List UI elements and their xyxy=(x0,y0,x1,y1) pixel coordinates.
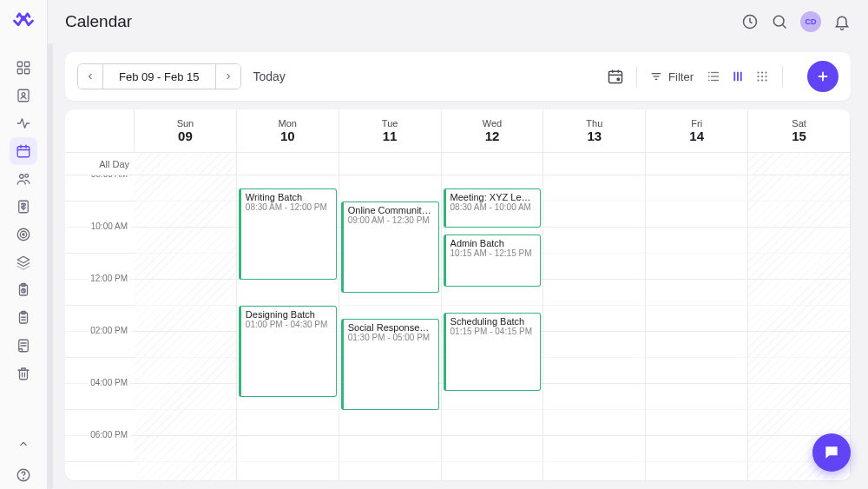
calendar-event[interactable]: Designing Batch01:00 PM - 04:30 PM xyxy=(239,306,337,397)
date-picker-icon[interactable] xyxy=(607,68,624,85)
day-header[interactable]: Wed12 xyxy=(442,109,544,152)
svg-point-11 xyxy=(25,174,29,177)
recent-icon[interactable] xyxy=(741,13,759,30)
day-header[interactable]: Sun09 xyxy=(135,109,237,152)
svg-rect-3 xyxy=(25,69,30,74)
svg-rect-34 xyxy=(609,71,622,83)
week-view-icon[interactable] xyxy=(730,69,746,84)
trash-icon[interactable] xyxy=(10,360,37,387)
event-time: 01:00 PM - 04:30 PM xyxy=(246,320,332,329)
event-time: 08:30 AM - 12:00 PM xyxy=(246,202,332,212)
svg-point-30 xyxy=(23,478,24,479)
time-label: 02:00 PM xyxy=(89,326,129,335)
day-of-week: Sun xyxy=(177,118,194,129)
event-time: 08:30 AM - 10:00 AM xyxy=(450,202,536,212)
event-title: Scheduling Batch xyxy=(450,316,536,327)
svg-point-53 xyxy=(765,71,766,73)
day-of-week: Fri xyxy=(691,118,702,129)
list-view-icon[interactable] xyxy=(706,69,721,84)
help-icon[interactable] xyxy=(10,461,37,489)
layers-icon[interactable] xyxy=(10,248,37,276)
svg-point-52 xyxy=(761,71,763,73)
scrollbar[interactable] xyxy=(48,43,53,489)
day-number: 14 xyxy=(689,129,704,143)
header: Calendar CD xyxy=(48,0,868,43)
svg-point-5 xyxy=(22,93,25,96)
day-column[interactable]: Meeting: XYZ Leadership08:30 AM - 10:00 … xyxy=(442,175,544,480)
day-column[interactable] xyxy=(646,175,748,480)
event-title: Social Responses Batch xyxy=(348,322,434,333)
search-icon[interactable] xyxy=(771,13,788,30)
day-number: 10 xyxy=(280,129,295,143)
prev-button[interactable] xyxy=(78,64,102,89)
svg-point-15 xyxy=(23,234,24,235)
dashboard-icon[interactable] xyxy=(10,54,37,82)
contact-icon[interactable] xyxy=(10,82,37,109)
day-of-week: Sat xyxy=(792,118,806,129)
time-label: 12:00 PM xyxy=(89,274,129,283)
note-icon[interactable] xyxy=(10,332,37,360)
day-of-week: Wed xyxy=(483,118,502,129)
day-header[interactable]: Fri14 xyxy=(646,109,748,152)
time-label: 08:00 AM xyxy=(89,175,129,179)
svg-point-38 xyxy=(617,78,620,81)
calendar-event[interactable]: Social Responses Batch01:30 PM - 05:00 P… xyxy=(341,319,439,410)
event-title: Admin Batch xyxy=(450,238,536,248)
calendar: Sun09Mon10Tue11Wed12Thu13Fri14Sat15 All … xyxy=(65,109,851,480)
calendar-event[interactable]: Admin Batch10:15 AM - 12:15 PM xyxy=(444,235,542,287)
today-button[interactable]: Today xyxy=(253,69,286,83)
svg-point-59 xyxy=(765,79,766,81)
svg-rect-0 xyxy=(17,62,22,66)
target-icon[interactable] xyxy=(10,221,37,248)
add-button[interactable] xyxy=(807,61,838,92)
collapse-icon[interactable] xyxy=(10,430,37,458)
invoice-icon[interactable] xyxy=(10,193,37,221)
svg-rect-6 xyxy=(17,147,30,157)
time-label: 06:00 PM xyxy=(89,430,129,439)
app-logo[interactable] xyxy=(11,9,36,33)
day-column[interactable]: Online Community Batch09:00 AM - 12:30 P… xyxy=(339,175,442,480)
svg-point-58 xyxy=(761,79,763,81)
day-column[interactable] xyxy=(135,175,237,480)
calendar-icon[interactable] xyxy=(10,137,37,165)
bell-icon[interactable] xyxy=(833,13,851,30)
event-title: Designing Batch xyxy=(246,309,332,320)
filter-label: Filter xyxy=(668,70,694,83)
calendar-event[interactable]: Meeting: XYZ Leadership08:30 AM - 10:00 … xyxy=(444,188,542,228)
day-number: 11 xyxy=(383,129,398,143)
people-icon[interactable] xyxy=(10,165,37,193)
day-header[interactable]: Thu13 xyxy=(543,109,646,152)
calendar-event[interactable]: Scheduling Batch01:15 PM - 04:15 PM xyxy=(444,313,542,391)
clipboard-clock-icon[interactable] xyxy=(10,276,37,304)
grid-view-icon[interactable] xyxy=(754,69,770,84)
day-number: 13 xyxy=(588,129,602,143)
day-header[interactable]: Tue11 xyxy=(339,109,442,152)
date-range[interactable]: Feb 09 - Feb 15 xyxy=(102,64,216,89)
filter-button[interactable]: Filter xyxy=(649,69,694,83)
svg-point-51 xyxy=(757,71,759,73)
day-number: 15 xyxy=(792,129,806,143)
svg-point-32 xyxy=(773,16,784,26)
calendar-event[interactable]: Online Community Batch09:00 AM - 12:30 P… xyxy=(341,202,439,293)
day-number: 12 xyxy=(485,129,500,143)
clipboard-icon[interactable] xyxy=(10,304,37,332)
activity-icon[interactable] xyxy=(10,109,37,137)
chat-fab[interactable] xyxy=(812,433,851,472)
svg-point-54 xyxy=(757,76,759,77)
day-of-week: Tue xyxy=(382,118,398,129)
svg-rect-1 xyxy=(25,62,30,66)
day-header[interactable]: Mon10 xyxy=(237,109,339,152)
sidebar xyxy=(0,0,48,489)
next-button[interactable] xyxy=(216,64,240,89)
svg-marker-16 xyxy=(17,256,30,263)
calendar-event[interactable]: Writing Batch08:30 AM - 12:00 PM xyxy=(239,188,337,280)
day-column[interactable] xyxy=(543,175,646,480)
day-header[interactable]: Sat15 xyxy=(748,109,851,152)
avatar[interactable]: CD xyxy=(800,11,821,32)
event-time: 09:00 AM - 12:30 PM xyxy=(348,215,434,225)
day-of-week: Thu xyxy=(586,118,602,129)
time-label: 10:00 AM xyxy=(89,221,129,231)
day-column[interactable]: Writing Batch08:30 AM - 12:00 PMDesignin… xyxy=(237,175,339,480)
time-label: 04:00 PM xyxy=(89,378,129,387)
event-time: 10:15 AM - 12:15 PM xyxy=(450,248,536,258)
